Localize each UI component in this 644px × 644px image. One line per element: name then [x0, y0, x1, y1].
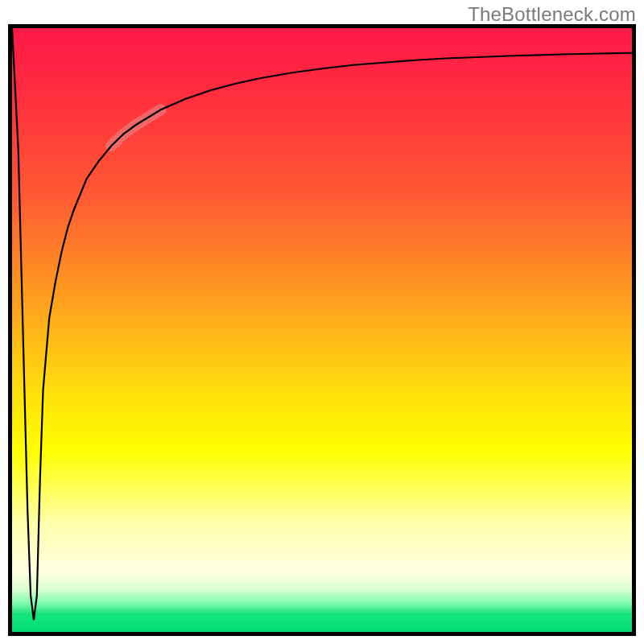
- curve-line: [12, 28, 632, 620]
- chart-stage: TheBottleneck.com: [0, 0, 644, 644]
- curve-layer: [12, 28, 632, 632]
- watermark-text: TheBottleneck.com: [468, 3, 636, 26]
- plot-frame: [8, 24, 636, 636]
